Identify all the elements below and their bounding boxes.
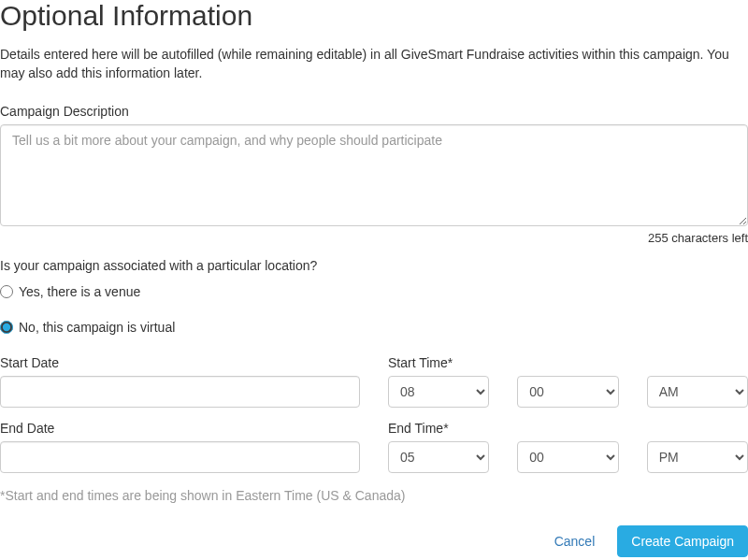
end-time-label: End Time* [388,421,748,436]
char-counter: 255 characters left [0,231,748,245]
location-question: Is your campaign associated with a parti… [0,258,748,273]
description-textarea[interactable] [0,124,748,226]
start-ampm-select[interactable]: AM [647,376,748,408]
start-minute-select[interactable]: 00 [517,376,618,408]
end-date-label: End Date [0,421,360,436]
end-minute-select[interactable]: 00 [517,441,618,473]
page-title: Optional Information [0,0,748,32]
cancel-button[interactable]: Cancel [547,526,603,556]
timezone-note: *Start and end times are being shown in … [0,488,748,503]
location-yes-option[interactable]: Yes, there is a venue [0,284,748,299]
location-yes-label: Yes, there is a venue [19,284,140,299]
location-yes-radio[interactable] [0,285,13,298]
end-ampm-select[interactable]: PM [647,441,748,473]
start-hour-select[interactable]: 08 [388,376,489,408]
create-campaign-button[interactable]: Create Campaign [617,525,748,557]
end-hour-select[interactable]: 05 [388,441,489,473]
location-no-option[interactable]: No, this campaign is virtual [0,320,748,335]
start-date-label: Start Date [0,355,360,370]
start-time-label: Start Time* [388,355,748,370]
end-date-input[interactable] [0,441,360,473]
start-date-input[interactable] [0,376,360,408]
intro-text: Details entered here will be autofilled … [0,45,748,83]
description-label: Campaign Description [0,104,748,119]
location-no-label: No, this campaign is virtual [19,320,175,335]
location-no-radio[interactable] [0,321,13,334]
